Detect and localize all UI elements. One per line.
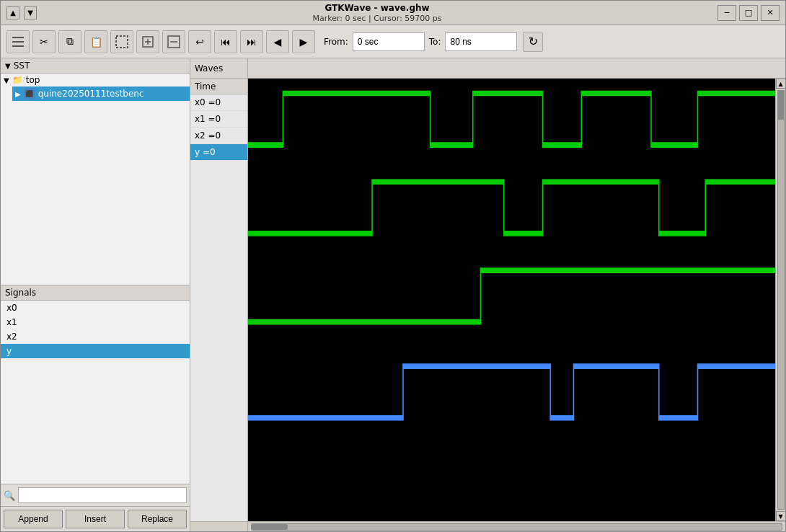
signal-label: x1 <box>6 317 17 327</box>
window-title: GTKWave - wave.ghw Marker: 0 sec | Curso… <box>37 3 717 23</box>
titlebar-down-arrow[interactable]: ▼ <box>24 6 37 19</box>
wave-signal-row-x0[interactable]: x0 =0 <box>190 94 247 111</box>
waves-canvas[interactable] <box>248 79 775 521</box>
signals-list: x0 x1 x2 y <box>1 301 190 484</box>
chip-icon: ⬛ <box>24 88 35 99</box>
scroll-track[interactable] <box>777 90 785 510</box>
signal-label: x0 <box>6 303 17 313</box>
signals-header: Signals <box>1 285 190 301</box>
sst-tree: ▼ 📁 top ▶ ⬛ quine20250111testbenc <box>1 74 190 285</box>
close-button[interactable]: ✕ <box>761 5 780 21</box>
signal-label: y <box>6 346 12 356</box>
center-panel: Waves Time x0 =0 x1 =0 x2 =0 y =0 <box>190 58 248 531</box>
next-button[interactable]: ▶ <box>292 30 315 53</box>
wave-y <box>248 366 775 418</box>
search-icon: 🔍 <box>4 490 15 501</box>
to-input[interactable] <box>445 32 517 51</box>
waves-label: Waves <box>195 63 223 74</box>
sst-collapse-icon[interactable]: ▼ <box>5 62 11 70</box>
signal-item-x0[interactable]: x0 <box>1 301 190 315</box>
scroll-up-button[interactable]: ▲ <box>776 79 786 89</box>
from-input[interactable] <box>353 32 425 51</box>
svg-rect-1 <box>12 41 24 43</box>
prev-button[interactable]: ◀ <box>266 30 289 53</box>
signal-item-y[interactable]: y <box>1 344 190 358</box>
search-input[interactable] <box>18 487 187 503</box>
sst-item-label: top <box>26 75 40 85</box>
folder-icon: 📁 <box>12 75 23 85</box>
wave-signal-label: x0 =0 <box>195 97 221 107</box>
sst-label: SST <box>14 61 30 71</box>
signals-footer: Append Insert Replace <box>1 506 190 531</box>
waves-area: ▲ ▼ <box>248 58 785 531</box>
titlebar: ▲ ▼ GTKWave - wave.ghw Marker: 0 sec | C… <box>1 1 785 25</box>
sst-panel: ▼ SST ▼ 📁 top ▶ ⬛ quine20250111testbenc <box>1 58 190 285</box>
select-all-button[interactable] <box>110 30 133 53</box>
menu-button[interactable] <box>6 30 30 53</box>
maximize-button[interactable]: □ <box>739 5 758 21</box>
paste-button[interactable]: 📋 <box>84 30 107 53</box>
sst-item-top[interactable]: ▼ 📁 top <box>1 74 190 87</box>
replace-button[interactable]: Replace <box>128 510 187 528</box>
from-label: From: <box>324 37 348 47</box>
tree-expand-icon: ▼ <box>4 76 9 84</box>
time-header: Time <box>190 79 247 94</box>
sst-item-testbench[interactable]: ▶ ⬛ quine20250111testbenc <box>12 87 190 101</box>
copy-button[interactable]: ⧉ <box>58 30 81 53</box>
first-button[interactable]: ⏮ <box>214 30 237 53</box>
left-panel: ▼ SST ▼ 📁 top ▶ ⬛ quine20250111testbenc <box>1 58 190 531</box>
cut-button[interactable]: ✂ <box>32 30 56 53</box>
signal-label: x2 <box>6 332 17 342</box>
sst-header: ▼ SST <box>1 58 190 74</box>
to-label: To: <box>429 37 441 47</box>
time-label: Time <box>195 81 216 92</box>
svg-rect-0 <box>12 37 24 38</box>
wave-signal-label: y =0 <box>195 147 216 157</box>
wave-x0 <box>248 93 775 145</box>
wave-signal-row-x1[interactable]: x1 =0 <box>190 111 247 128</box>
sst-item-label: quine20250111testbenc <box>38 89 144 99</box>
wave-signal-label: x2 =0 <box>195 130 221 141</box>
signals-col-header: Waves <box>190 58 247 79</box>
signal-item-x1[interactable]: x1 <box>1 315 190 329</box>
append-button[interactable]: Append <box>4 510 63 528</box>
minimize-button[interactable]: ─ <box>717 5 736 21</box>
undo-button[interactable]: ↩ <box>188 30 211 53</box>
scroll-thumb[interactable] <box>778 91 784 120</box>
tree-child-icon: ▶ <box>15 90 21 98</box>
wave-signal-row-x2[interactable]: x2 =0 <box>190 128 247 144</box>
zoom-fit-button[interactable] <box>136 30 159 53</box>
signals-panel: Signals x0 x1 x2 y <box>1 285 190 531</box>
svg-rect-3 <box>116 36 128 48</box>
toolbar: ✂ ⧉ 📋 ↩ ⏮ ⏭ ◀ ▶ From: To: ↻ <box>1 25 785 58</box>
signals-header-label: Signals <box>5 288 36 298</box>
zoom-select-button[interactable] <box>162 30 185 53</box>
fast-forward-button[interactable]: ⏭ <box>240 30 263 53</box>
wave-signal-row-y[interactable]: y =0 <box>190 144 247 161</box>
vertical-scrollbar[interactable]: ▲ ▼ <box>775 79 785 521</box>
insert-button[interactable]: Insert <box>66 510 125 528</box>
horizontal-scrollbar[interactable] <box>248 521 785 531</box>
wave-signal-label: x1 =0 <box>195 114 221 124</box>
svg-rect-2 <box>12 45 24 47</box>
h-scroll-thumb[interactable] <box>252 524 288 530</box>
wave-x2 <box>248 270 775 322</box>
waves-svg <box>248 79 775 521</box>
waves-panel-header <box>248 58 785 79</box>
h-scroll-track[interactable] <box>251 523 782 531</box>
scroll-down-button[interactable]: ▼ <box>776 511 786 521</box>
reload-button[interactable]: ↻ <box>523 32 543 52</box>
wave-x1 <box>248 182 775 234</box>
signals-search-bar: 🔍 <box>1 484 190 506</box>
signal-item-x2[interactable]: x2 <box>1 329 190 344</box>
titlebar-up-arrow[interactable]: ▲ <box>6 6 19 19</box>
